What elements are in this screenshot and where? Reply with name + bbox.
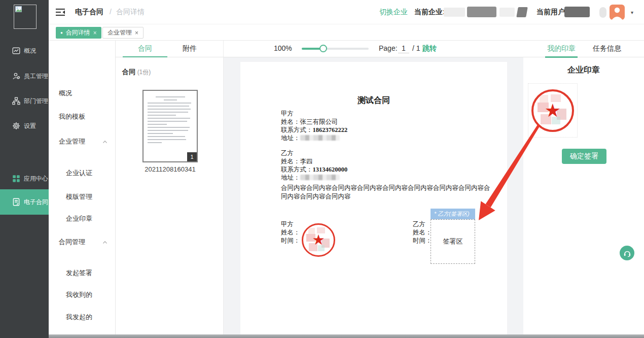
employees-icon	[12, 72, 20, 80]
sidebar-item-settings[interactable]: 设置	[0, 115, 49, 137]
chevron-up-icon[interactable]	[103, 241, 107, 244]
breadcrumb-section[interactable]: 电子合同	[75, 8, 103, 17]
person-icon	[610, 5, 625, 20]
customer-service-button[interactable]	[620, 246, 634, 260]
company-seal-title: 企业印章	[523, 65, 644, 76]
tab-label: 合同详情	[66, 28, 90, 37]
party-a-seal-stamp: ★	[302, 223, 335, 257]
jump-to-page-link[interactable]: 跳转	[422, 44, 437, 53]
party-b-signature-area[interactable]: 签署区	[431, 219, 475, 264]
confirm-sign-button[interactable]: 确定签署	[562, 149, 606, 164]
close-icon[interactable]: ×	[135, 29, 138, 37]
contract-page-thumbnail[interactable]: 1	[142, 90, 198, 162]
redacted-company-name	[499, 8, 515, 17]
submenu-label: 发起签署	[66, 268, 92, 278]
redacted-user-name	[564, 7, 590, 17]
submenu-item-my-templates[interactable]: 我的模板	[49, 110, 115, 123]
gear-icon	[12, 122, 20, 130]
breadcrumb-current-page: 合同详情	[116, 8, 145, 17]
submenu-label: 企业认证	[66, 168, 92, 178]
submenu-item-initiated-by-me[interactable]: 我发起的	[49, 311, 115, 324]
submenu-item-contract-management[interactable]: 合同管理	[49, 235, 115, 249]
active-tab-underline	[123, 56, 167, 57]
tab-my-seal[interactable]: 我的印章	[545, 41, 578, 57]
sidebar-item-employees[interactable]: 员工管理	[0, 65, 49, 87]
user-menu-caret-icon[interactable]: ▾	[631, 10, 633, 15]
party-a-phone: 联系方式：18623762222	[281, 126, 347, 134]
company-seal-image[interactable]: ★	[531, 89, 574, 132]
party-b-sign-zone-tag: * 乙方(签署区)	[431, 209, 475, 219]
sidebar-item-departments[interactable]: 部门管理	[0, 90, 49, 112]
sidebar-item-e-contract[interactable]: 电子合同	[0, 189, 49, 215]
section-title: 合同	[122, 68, 135, 76]
tab-company-management[interactable]: 企业管理 ×	[102, 27, 144, 39]
submenu-item-company-seal[interactable]: 企业印章	[49, 212, 115, 225]
switch-company-link[interactable]: 切换企业	[379, 8, 408, 17]
submenu-label: 企业管理	[59, 137, 85, 146]
page-number-input[interactable]	[398, 43, 409, 53]
zoom-slider-thumb[interactable]	[319, 45, 327, 52]
close-icon[interactable]: ×	[93, 29, 97, 37]
submenu-label: 我收到的	[66, 290, 92, 299]
active-tab-underline	[545, 56, 578, 58]
primary-sidebar: 概况 员工管理 部门管理 设置 应	[0, 0, 49, 338]
seal-star-icon: ★	[312, 233, 325, 247]
app-logo[interactable]	[14, 5, 37, 29]
chevron-up-icon[interactable]	[103, 141, 107, 143]
tab-label: 企业管理	[108, 28, 132, 37]
document-tabs: 合同 附件	[116, 41, 224, 57]
party-a-address: 地址：	[281, 134, 347, 142]
bottom-edge-strip	[49, 334, 644, 338]
menu-fold-icon[interactable]	[56, 9, 65, 16]
headset-icon	[623, 249, 631, 257]
submenu-item-overview[interactable]: 概况	[49, 87, 115, 100]
overview-chart-icon	[12, 47, 20, 55]
tab-task-info[interactable]: 任务信息	[591, 41, 623, 57]
submenu-item-company-certification[interactable]: 企业认证	[49, 166, 115, 180]
sidebar-item-overview[interactable]: 概况	[0, 40, 49, 62]
page-label: Page:	[379, 44, 398, 52]
submenu-item-received[interactable]: 我收到的	[49, 288, 115, 301]
breadcrumb-separator: /	[110, 8, 112, 16]
sidebar-item-label: 部门管理	[24, 97, 48, 106]
party-a-signature-labels: 甲方 姓名： 时间：	[281, 220, 300, 245]
zoom-slider-track[interactable]	[302, 48, 369, 50]
company-seal-holder[interactable]: ★	[528, 83, 578, 138]
submenu-label: 合同管理	[59, 238, 85, 247]
current-company-label: 当前企业:	[414, 8, 445, 17]
departments-tree-icon	[12, 97, 20, 105]
sidebar-item-label: 电子合同	[24, 198, 48, 207]
party-b-signature-labels: 乙方 姓名： 时间：	[413, 220, 432, 245]
section-count: (1份)	[137, 69, 151, 76]
tab-attachment[interactable]: 附件	[167, 41, 212, 57]
party-a-name: 姓名：张三有限公司	[281, 118, 347, 126]
document-list-panel: 合同 附件 合同 (1份) 1 20211208160341	[116, 41, 224, 338]
sidebar-item-label: 设置	[24, 122, 36, 130]
secondary-sidebar: 概况 我的模板 企业管理 企业认证 模版管理 企业印章 合同管理 发起签署 我收…	[49, 41, 116, 338]
app-center-grid-icon	[12, 175, 20, 183]
redacted-company-name	[444, 8, 465, 17]
submenu-item-company-management[interactable]: 企业管理	[49, 135, 115, 148]
submenu-item-template-management[interactable]: 模版管理	[49, 190, 115, 204]
party-b-address: 地址：	[281, 174, 347, 182]
submenu-label: 我发起的	[66, 313, 92, 322]
redacted-company-name	[467, 7, 496, 17]
redacted-address	[300, 175, 340, 180]
redacted-user-name	[599, 7, 606, 18]
panel-tabs: 我的印章 任务信息	[523, 41, 644, 57]
sidebar-item-label: 应用中心	[24, 175, 48, 183]
tab-contract[interactable]: 合同	[123, 41, 167, 57]
thumbnail-page-badge: 1	[187, 152, 197, 161]
sidebar-item-label: 员工管理	[24, 72, 48, 81]
page-total: / 1	[412, 44, 420, 52]
submenu-item-initiate-signing[interactable]: 发起签署	[49, 266, 115, 280]
party-b-name: 姓名：李四	[281, 157, 347, 165]
contract-viewer: 100% Page: / 1 跳转 测试合同 甲方 姓名：张三有限公司 联系方式…	[224, 41, 523, 338]
contract-title: 测试合同	[240, 95, 507, 106]
tab-contract-detail[interactable]: ● 合同详情 ×	[56, 27, 101, 39]
active-dot-icon: ●	[60, 31, 63, 35]
contract-file-name: 20211208160341	[136, 165, 204, 173]
user-avatar[interactable]	[610, 5, 625, 20]
sidebar-item-app-center[interactable]: 应用中心	[0, 167, 49, 190]
redacted-company-name	[516, 7, 528, 17]
